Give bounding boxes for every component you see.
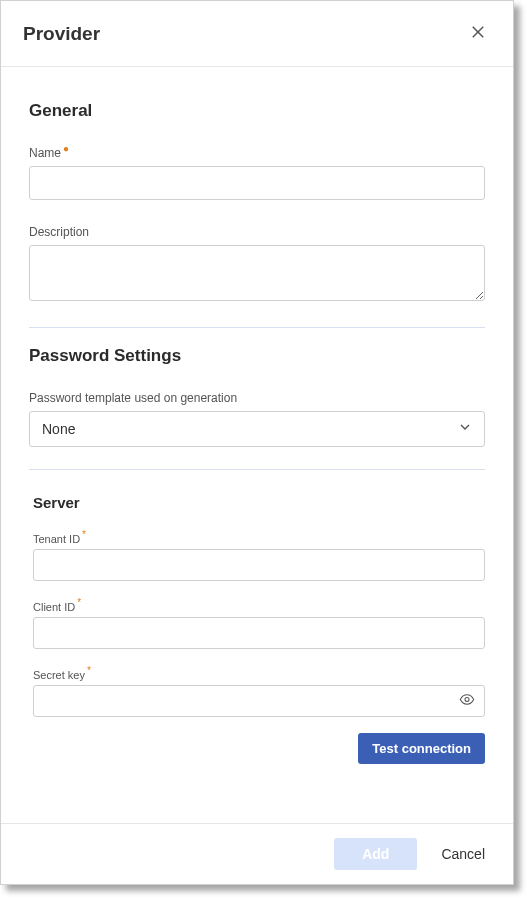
- secret-key-label: Secret key: [33, 669, 85, 681]
- dialog-footer: Add Cancel: [1, 823, 513, 884]
- name-input[interactable]: [29, 166, 485, 200]
- required-icon: *: [87, 665, 91, 676]
- cancel-button[interactable]: Cancel: [435, 838, 491, 870]
- test-connection-button[interactable]: Test connection: [358, 733, 485, 764]
- dialog-header: Provider: [1, 1, 513, 67]
- add-button[interactable]: Add: [334, 838, 417, 870]
- password-template-select-wrap: None: [29, 411, 485, 447]
- separator: [29, 327, 485, 328]
- client-id-label: Client ID: [33, 601, 75, 613]
- tenant-id-label: Tenant ID: [33, 533, 80, 545]
- secret-key-wrap: [33, 685, 485, 717]
- description-field: Description: [29, 222, 485, 305]
- required-icon: ●: [63, 143, 69, 154]
- password-template-field: Password template used on generation Non…: [29, 388, 485, 447]
- client-id-input[interactable]: [33, 617, 485, 649]
- tenant-id-field: Tenant ID*: [33, 529, 485, 581]
- reveal-password-button[interactable]: [457, 690, 477, 713]
- password-template-select[interactable]: None: [29, 411, 485, 447]
- dialog-title: Provider: [23, 23, 100, 45]
- dialog-body: General Name● Description Password Setti…: [1, 67, 513, 823]
- provider-dialog: Provider General Name● Description Passw…: [0, 0, 514, 885]
- separator: [29, 469, 485, 470]
- secret-key-field: Secret key*: [33, 665, 485, 717]
- eye-icon: [459, 692, 475, 708]
- description-input[interactable]: [29, 245, 485, 301]
- required-icon: *: [82, 529, 86, 540]
- close-icon: [469, 23, 487, 41]
- description-label: Description: [29, 225, 89, 239]
- client-id-field: Client ID*: [33, 597, 485, 649]
- general-heading: General: [29, 101, 485, 121]
- password-settings-heading: Password Settings: [29, 346, 485, 366]
- tenant-id-input[interactable]: [33, 549, 485, 581]
- password-template-label: Password template used on generation: [29, 391, 237, 405]
- required-icon: *: [77, 597, 81, 608]
- svg-point-2: [465, 698, 469, 702]
- server-block: Tenant ID* Client ID* Secret key*: [29, 529, 485, 764]
- name-field: Name●: [29, 143, 485, 200]
- test-connection-row: Test connection: [33, 733, 485, 764]
- server-heading: Server: [33, 494, 485, 511]
- close-button[interactable]: [465, 19, 491, 48]
- secret-key-input[interactable]: [33, 685, 485, 717]
- name-label: Name: [29, 146, 61, 160]
